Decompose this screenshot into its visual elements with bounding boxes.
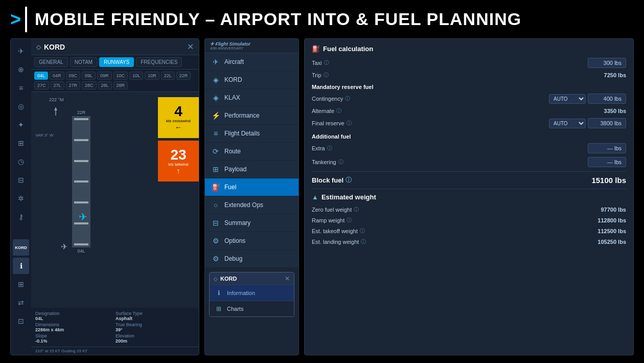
close-button[interactable]: ✕: [187, 42, 194, 52]
fs-logo: ✈ Flight Simulator: [210, 41, 293, 47]
crosswind-value: 4: [174, 104, 182, 119]
final-reserve-label-text: Final reserve: [312, 120, 344, 126]
contingency-select[interactable]: AUTO MANUAL: [549, 94, 586, 104]
nav-item-fuel[interactable]: ⛽ Fuel: [205, 178, 298, 196]
runway-04r[interactable]: 04R: [50, 72, 64, 80]
landing-info-icon[interactable]: ⓘ: [361, 238, 366, 245]
runway-04l[interactable]: 04L: [34, 72, 48, 80]
runway-27l[interactable]: 27L: [51, 81, 64, 89]
runway-09c[interactable]: 09C: [66, 72, 81, 80]
sub-nav-charts[interactable]: ⊞ Charts: [210, 301, 294, 316]
sidebar-icon-info[interactable]: ℹ: [13, 258, 29, 274]
sidebar-icon-plane[interactable]: ✈: [13, 43, 29, 59]
runway-22r[interactable]: 22R: [176, 72, 191, 80]
designation-label: Designation: [35, 311, 114, 316]
fuel-section-title: ⛽ Fuel calculation: [312, 45, 626, 53]
sidebar-icon-layers[interactable]: ≡: [13, 80, 29, 96]
nav-item-performance[interactable]: ⚡ Performance: [205, 107, 298, 125]
nav-item-route[interactable]: ⟳ Route: [205, 143, 298, 161]
runway-27c[interactable]: 27C: [34, 81, 49, 89]
sidebar-icons: ✈ ⊕ ≡ ◎ ✦ ⊞ ◷ ⊟ ✲ ⚷ KORD ℹ ⊞ ⇄ ⊡: [11, 39, 31, 355]
sidebar-icon-grid[interactable]: ⊞: [13, 135, 29, 151]
sidebar-icon-kord[interactable]: KORD: [13, 239, 29, 256]
block-fuel-info-icon[interactable]: ⓘ: [346, 176, 352, 185]
sidebar-icon-table[interactable]: ⊞: [13, 276, 29, 292]
sub-nav-information[interactable]: ℹ Information: [210, 285, 294, 301]
zero-fuel-label-text: Zero fuel weight: [312, 207, 352, 213]
nav-item-extended-ops[interactable]: ○ Extended Ops: [205, 196, 298, 214]
sidebar-icon-calendar[interactable]: ⊟: [13, 172, 29, 188]
trip-value: 7250 lbs: [604, 72, 626, 78]
final-reserve-info-icon[interactable]: ⓘ: [347, 120, 352, 127]
nav-item-payload[interactable]: ⊞ Payload: [205, 161, 298, 178]
extra-info-icon[interactable]: ⓘ: [327, 145, 332, 152]
tab-frequencies[interactable]: FREQUENCIES: [136, 57, 182, 67]
runway-buttons: 04L 04R 09C 09L 09R 10C 10L 10R 22L 22R …: [31, 70, 199, 92]
extra-value[interactable]: --- lbs: [588, 143, 626, 153]
fuel-section-icon: ⛽: [312, 45, 320, 53]
nav-item-kord[interactable]: ◈ KORD: [205, 71, 298, 89]
ramp-info-icon[interactable]: ⓘ: [347, 217, 352, 224]
runway-10l[interactable]: 10L: [129, 72, 143, 80]
kord-sub-close[interactable]: ✕: [285, 275, 290, 282]
taxi-label: Taxi ⓘ: [312, 59, 329, 66]
nav-item-debug[interactable]: ⚙ Debug: [205, 250, 298, 268]
performance-nav-label: Performance: [224, 112, 260, 119]
tab-runways[interactable]: RUNWAYS: [99, 57, 134, 67]
sidebar-icon-expand[interactable]: ⊡: [13, 313, 29, 329]
sidebar-icon-map[interactable]: ⊕: [13, 61, 29, 78]
nav-item-aircraft[interactable]: ✈ Aircraft: [205, 53, 298, 71]
tankering-value[interactable]: --- lbs: [588, 157, 626, 167]
landing-value: 105250 lbs: [597, 239, 626, 245]
taxi-info-icon[interactable]: ⓘ: [324, 59, 329, 66]
kord-sub-title: KORD: [220, 276, 237, 282]
runway-28l[interactable]: 28L: [98, 81, 112, 89]
tab-general[interactable]: GENERAL: [34, 57, 68, 67]
final-reserve-select[interactable]: AUTO MANUAL: [549, 119, 586, 128]
alternate-value: 3350 lbs: [604, 108, 626, 114]
nav-item-klax[interactable]: ◈ KLAX: [205, 89, 298, 107]
taxi-value[interactable]: 300 lbs: [588, 58, 626, 68]
alternate-info-icon[interactable]: ⓘ: [336, 107, 341, 115]
nav-item-flight-details[interactable]: ≡ Flight Details: [205, 125, 298, 143]
flight-details-nav-label: Flight Details: [224, 130, 260, 137]
zero-fuel-info-icon[interactable]: ⓘ: [354, 206, 359, 213]
sidebar-icon-key[interactable]: ✲: [13, 190, 29, 207]
runway-10r[interactable]: 10R: [145, 72, 159, 80]
payload-nav-label: Payload: [224, 166, 246, 173]
runway-28r[interactable]: 28R: [113, 81, 128, 89]
sidebar-icon-clock[interactable]: ◷: [13, 153, 29, 170]
info-surface: Surface Type Asphalt: [116, 311, 195, 321]
kord-sub-title-row: ◇ KORD: [214, 276, 237, 282]
information-label: Information: [227, 290, 255, 296]
contingency-value[interactable]: 400 lbs: [588, 94, 626, 104]
debug-nav-label: Debug: [224, 255, 242, 262]
runway-22l[interactable]: 22L: [161, 72, 175, 80]
sidebar-icon-compass[interactable]: ◎: [13, 98, 29, 115]
contingency-info-icon[interactable]: ⓘ: [345, 95, 350, 102]
header: > MOBILE FRIENDLY – AIRPORT INTO & FUEL …: [0, 0, 644, 38]
final-reserve-value[interactable]: 3800 lbs: [588, 118, 626, 128]
nav-item-options[interactable]: ⚙ Options: [205, 232, 298, 250]
fs-logo-area: ✈ Flight Simulator 40th ANNIVERSARY: [205, 39, 298, 53]
sidebar-icon-lock[interactable]: ⚷: [13, 209, 29, 225]
charts-icon: ⊞: [215, 305, 223, 312]
surface-value: Asphalt: [116, 316, 195, 321]
takeoff-info-icon[interactable]: ⓘ: [360, 228, 365, 235]
runway-27r[interactable]: 27R: [66, 81, 81, 89]
sidebar-icon-settings[interactable]: ✦: [13, 117, 29, 133]
tankering-info-icon[interactable]: ⓘ: [338, 158, 343, 166]
extra-label-text: Extra: [312, 145, 325, 151]
designation-value: 04L: [35, 316, 114, 321]
tab-notam[interactable]: NOTAM: [70, 57, 97, 67]
debug-nav-icon: ⚙: [211, 255, 220, 263]
nav-item-summary[interactable]: ⊟ Summary: [205, 214, 298, 232]
runway-28c[interactable]: 28C: [82, 81, 97, 89]
info-dimensions: Dimensions 2286m x 46m: [35, 322, 114, 332]
runway-09r[interactable]: 09R: [97, 72, 112, 80]
runway-09l[interactable]: 09L: [82, 72, 96, 80]
trip-info-icon[interactable]: ⓘ: [324, 72, 329, 79]
zero-fuel-row: Zero fuel weight ⓘ 97700 lbs: [312, 206, 626, 213]
runway-10c[interactable]: 10C: [113, 72, 128, 80]
sidebar-icon-share[interactable]: ⇄: [13, 294, 29, 311]
